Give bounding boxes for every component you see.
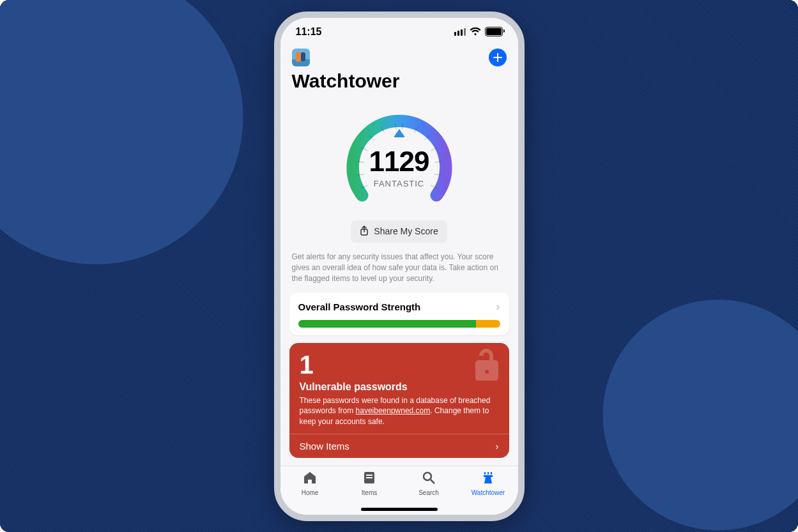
tab-home-label: Home: [302, 489, 319, 496]
show-items-button[interactable]: Show Items ›: [289, 434, 509, 458]
share-score-button[interactable]: Share My Score: [351, 220, 447, 243]
header: Watchtower: [280, 46, 518, 96]
strength-bar: [298, 320, 500, 328]
tab-home[interactable]: Home: [288, 470, 332, 496]
add-button[interactable]: [489, 49, 507, 66]
content: 1129 FANTASTIC Share My Score Get alerts…: [280, 96, 518, 466]
tab-search-label: Search: [418, 489, 439, 496]
score-gauge: 1129 FANTASTIC: [339, 109, 460, 214]
alert-link[interactable]: haveibeenpwned.com: [356, 406, 431, 415]
share-button-label: Share My Score: [374, 226, 438, 236]
phone-screen: 11:15 Watchtower: [280, 18, 518, 515]
score-rating: FANTASTIC: [339, 179, 460, 188]
chevron-right-icon: ›: [496, 441, 499, 452]
tab-items[interactable]: Items: [347, 470, 392, 496]
battery-icon: [485, 27, 503, 36]
score-section: 1129 FANTASTIC Share My Score: [280, 96, 518, 243]
tab-search[interactable]: Search: [406, 470, 451, 496]
status-time: 11:15: [296, 26, 322, 38]
tab-watchtower[interactable]: Watchtower: [466, 470, 510, 496]
gauge-pointer-icon: [394, 129, 405, 137]
password-strength-card[interactable]: Overall Password Strength ›: [289, 293, 509, 335]
background: 11:15 Watchtower: [0, 0, 798, 532]
score-value: 1129: [339, 146, 460, 178]
unlocked-icon: [470, 344, 504, 386]
svg-line-19: [431, 480, 434, 483]
vulnerable-passwords-card: 1 Vulnerable passwords These passwords w…: [289, 343, 509, 458]
account-avatar[interactable]: [292, 49, 310, 66]
alert-text: These passwords were found in a database…: [300, 395, 499, 427]
share-icon: [360, 225, 369, 238]
wifi-icon: [470, 27, 481, 36]
strength-segment-weak: [476, 320, 500, 328]
phone-frame: 11:15 Watchtower: [274, 11, 525, 521]
svg-rect-16: [366, 475, 372, 476]
tab-watchtower-label: Watchtower: [472, 489, 505, 496]
watchtower-icon: [480, 470, 496, 488]
search-icon: [421, 470, 436, 488]
tab-items-label: Items: [362, 489, 377, 496]
show-items-label: Show Items: [300, 441, 349, 452]
chevron-right-icon: ›: [496, 300, 500, 314]
topbar: [292, 46, 507, 69]
home-indicator: [361, 508, 438, 511]
page-title: Watchtower: [292, 70, 507, 92]
svg-point-18: [424, 473, 431, 480]
home-icon: [302, 470, 318, 488]
strength-segment-strong: [298, 320, 476, 328]
status-icons: [454, 27, 503, 36]
svg-rect-17: [366, 477, 372, 478]
strength-card-title: Overall Password Strength: [298, 301, 421, 312]
description-text: Get alerts for any security issues that …: [280, 243, 518, 293]
items-icon: [362, 470, 377, 488]
cellular-icon: [454, 28, 466, 36]
status-bar: 11:15: [280, 18, 518, 46]
